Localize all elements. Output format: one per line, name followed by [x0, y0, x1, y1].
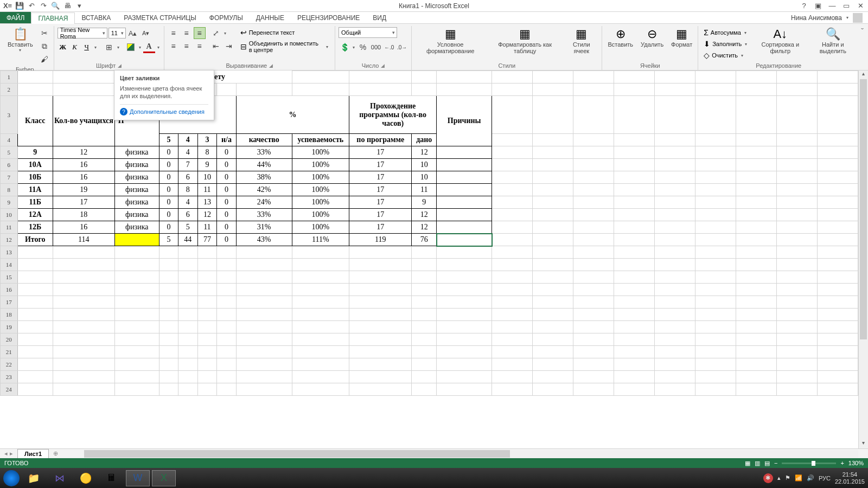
- row-header[interactable]: 22: [1, 358, 18, 371]
- orientation-button[interactable]: ⤢: [210, 27, 222, 39]
- font-color-dropdown-icon[interactable]: ▾: [156, 45, 161, 50]
- cell-styles-button[interactable]: ▦Стили ячеек: [564, 27, 598, 55]
- scroll-down-icon[interactable]: ▾: [859, 440, 868, 448]
- sheet-tab-1[interactable]: Лист1: [17, 449, 49, 458]
- add-sheet-button[interactable]: ⊕: [49, 450, 62, 457]
- accounting-format-button[interactable]: 💲: [339, 41, 350, 53]
- tab-data[interactable]: ДАННЫЕ: [250, 12, 291, 23]
- decrease-indent-button[interactable]: ⇤: [210, 40, 222, 52]
- worksheet[interactable]: 1Отчет по предмету23КлассКол-во учащихся…: [0, 70, 868, 448]
- start-button[interactable]: [3, 470, 20, 486]
- bold-button[interactable]: Ж: [58, 42, 68, 53]
- row-header[interactable]: 19: [1, 321, 18, 333]
- row-header[interactable]: 11: [1, 221, 18, 234]
- qat-customize-icon[interactable]: ▾: [75, 2, 84, 10]
- row-header[interactable]: 16: [1, 284, 18, 296]
- print-preview-icon[interactable]: 🔍: [51, 2, 60, 10]
- align-center-button[interactable]: ≡: [181, 40, 193, 52]
- row-header[interactable]: 12: [1, 234, 18, 246]
- row-header[interactable]: 1: [1, 71, 18, 84]
- orientation-dropdown-icon[interactable]: ▾: [223, 31, 227, 36]
- fill-color-button[interactable]: [125, 41, 137, 53]
- cut-button[interactable]: ✂: [39, 27, 50, 39]
- taskbar-chrome[interactable]: 🟡: [74, 470, 98, 486]
- align-left-button[interactable]: ≡: [168, 40, 180, 52]
- align-top-button[interactable]: ≡: [168, 27, 180, 39]
- shrink-font-button[interactable]: A▾: [140, 27, 152, 39]
- undo-icon[interactable]: ↶: [27, 2, 36, 10]
- accounting-dropdown-icon[interactable]: ▾: [352, 45, 356, 50]
- merge-center-button[interactable]: ⊟Объединить и поместить в центре▾: [238, 39, 331, 54]
- row-header[interactable]: 15: [1, 271, 18, 284]
- sort-filter-button[interactable]: A↓Сортировка и фильтр: [754, 27, 807, 55]
- row-header[interactable]: 2: [1, 84, 18, 96]
- minimize-icon[interactable]: —: [828, 2, 837, 10]
- taskbar-explorer[interactable]: 📁: [22, 470, 46, 486]
- number-format-combo[interactable]: Общий: [339, 27, 397, 38]
- quick-print-icon[interactable]: 🖶: [63, 2, 72, 10]
- fill-color-dropdown-icon[interactable]: ▾: [138, 45, 142, 50]
- borders-dropdown-icon[interactable]: ▾: [116, 45, 120, 50]
- font-size-combo[interactable]: 11: [108, 28, 126, 38]
- taskbar-word[interactable]: W: [126, 470, 150, 486]
- taskbar-calculator[interactable]: 🖩: [100, 470, 124, 486]
- row-header[interactable]: 17: [1, 296, 18, 309]
- italic-button[interactable]: К: [69, 42, 80, 53]
- tray-volume-icon[interactable]: 🔊: [807, 474, 814, 481]
- wrap-text-button[interactable]: ↩Перенести текст: [238, 27, 331, 38]
- zoom-out-icon[interactable]: −: [774, 460, 777, 466]
- font-launcher-icon[interactable]: ◢: [118, 63, 122, 68]
- zoom-level[interactable]: 130%: [848, 460, 864, 466]
- format-painter-button[interactable]: 🖌: [39, 53, 50, 65]
- tab-file[interactable]: ФАЙЛ: [0, 12, 31, 23]
- increase-indent-button[interactable]: ⇥: [223, 40, 235, 52]
- increase-decimal-button[interactable]: ←.0: [383, 41, 395, 53]
- row-header[interactable]: 7: [1, 171, 18, 184]
- tab-review[interactable]: РЕЦЕНЗИРОВАНИЕ: [291, 12, 366, 23]
- tray-expand-icon[interactable]: ▴: [777, 474, 781, 481]
- tab-home[interactable]: ГЛАВНАЯ: [31, 12, 75, 24]
- ribbon-display-icon[interactable]: ▣: [814, 2, 822, 10]
- underline-dropdown-icon[interactable]: ▾: [93, 45, 98, 50]
- zoom-slider[interactable]: [782, 463, 836, 464]
- close-icon[interactable]: ✕: [856, 2, 865, 10]
- sheet-prev-icon[interactable]: ◂: [4, 450, 8, 457]
- taskbar-visualstudio[interactable]: ⋈: [48, 470, 72, 486]
- comma-format-button[interactable]: 000: [370, 41, 382, 53]
- vertical-scrollbar[interactable]: ▴ ▾: [858, 70, 868, 448]
- tab-insert[interactable]: ВСТАВКА: [75, 12, 117, 23]
- row-header[interactable]: 4: [1, 134, 18, 146]
- taskbar-excel[interactable]: X: [152, 470, 176, 486]
- insert-cells-button[interactable]: ⊕Вставить: [605, 27, 635, 49]
- row-header[interactable]: 20: [1, 333, 18, 346]
- collapse-ribbon-icon[interactable]: ˇ: [859, 26, 866, 70]
- tab-view[interactable]: ВИД: [366, 12, 393, 23]
- help-icon[interactable]: ?: [800, 2, 808, 10]
- page-layout-view-icon[interactable]: ▥: [755, 460, 760, 467]
- tab-page-layout[interactable]: РАЗМЕТКА СТРАНИЦЫ: [117, 12, 203, 23]
- save-icon[interactable]: 💾: [15, 2, 24, 10]
- zoom-in-icon[interactable]: +: [840, 460, 844, 466]
- scrollbar-thumb[interactable]: [860, 79, 867, 339]
- paste-button[interactable]: 📋 Вставить ▾: [5, 27, 35, 54]
- grow-font-button[interactable]: A▴: [127, 27, 139, 39]
- row-header[interactable]: 3: [1, 96, 18, 134]
- tray-action-center-icon[interactable]: ⚑: [785, 474, 790, 481]
- conditional-formatting-button[interactable]: ▦Условное форматирование: [415, 27, 486, 55]
- find-select-button[interactable]: 🔍Найти и выделить: [810, 27, 856, 55]
- tray-notification-icon[interactable]: ✱: [763, 473, 773, 483]
- normal-view-icon[interactable]: ▦: [745, 460, 750, 467]
- row-header[interactable]: 10: [1, 209, 18, 221]
- align-right-button[interactable]: ≡: [194, 40, 206, 52]
- decrease-decimal-button[interactable]: .0→: [396, 41, 408, 53]
- row-header[interactable]: 8: [1, 184, 18, 196]
- tab-formulas[interactable]: ФОРМУЛЫ: [203, 12, 250, 23]
- row-header[interactable]: 21: [1, 346, 18, 358]
- fill-button[interactable]: ⬇Заполнить▾: [701, 38, 750, 49]
- clear-button[interactable]: ◇Очистить▾: [701, 50, 750, 61]
- tray-clock[interactable]: 21:54 22.01.2015: [835, 471, 865, 485]
- copy-button[interactable]: ⧉: [39, 40, 50, 52]
- row-header[interactable]: 18: [1, 309, 18, 321]
- row-header[interactable]: 13: [1, 246, 18, 259]
- format-cells-button[interactable]: ▦Формат: [669, 27, 694, 49]
